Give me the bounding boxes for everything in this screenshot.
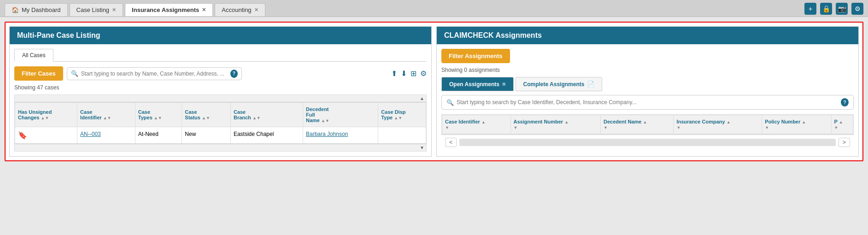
showing-cases-text: Showing 47 cases [14, 84, 427, 91]
assign-search-icon: 🔍 [446, 99, 454, 106]
assign-help-icon[interactable]: ? [841, 98, 849, 106]
col-decedent-name-right[interactable]: Decedent Name ▲▼ [600, 115, 674, 134]
toolbar-right: ⬆ ⬇ ⊞ ⚙ [391, 69, 427, 78]
page-progress-bar [459, 139, 836, 146]
home-icon: 🏠 [12, 6, 19, 13]
scroll-up-arrow[interactable]: ▲ [15, 95, 426, 102]
col-case-branch-label: CaseBranch [234, 109, 251, 120]
download-icon-button[interactable]: ⬇ [401, 69, 407, 78]
upload-icon-button[interactable]: ⬆ [391, 69, 397, 78]
inner-tab-all-cases-label: All Cases [22, 52, 46, 59]
inner-tab-bar: All Cases [14, 49, 427, 62]
search-help-icon[interactable]: ? [230, 70, 238, 78]
assignment-tabs: Open Assignments ≡ Complete Assignments … [441, 77, 854, 91]
tab-case-listing-close[interactable]: ✕ [112, 7, 116, 13]
col-assign-case-id-label: Case Identifier [445, 119, 480, 124]
lock-icon-button[interactable]: 🔒 [820, 3, 832, 15]
col-case-status[interactable]: CaseStatus ▲▼ [182, 103, 231, 127]
col-p[interactable]: P ▲▼ [831, 115, 853, 134]
sort-arrows-unsigned: ▲▼ [41, 116, 49, 120]
col-case-branch[interactable]: CaseBranch ▲▼ [230, 103, 303, 127]
left-panel-header: Multi-Pane Case Listing [10, 27, 431, 44]
col-insurance-company-label: Insurance Company [676, 119, 725, 124]
sort-arrows-disp: ▲▼ [394, 116, 402, 120]
cell-case-types: At-Need [135, 127, 182, 144]
assign-header-row: Case Identifier ▲▼ Assignment Number ▲▼ … [442, 115, 853, 134]
tab-accounting[interactable]: Accounting ✕ [215, 3, 265, 16]
scroll-down-arrow[interactable]: ▼ [15, 144, 426, 151]
cell-decedent-name[interactable]: Barbara Johnson [303, 127, 378, 144]
cell-case-disp-type [378, 127, 426, 144]
sort-arrows-status: ▲▼ [202, 116, 210, 120]
tab-accounting-close[interactable]: ✕ [254, 7, 258, 13]
col-decedent-name[interactable]: DecedentFullName ▲▼ [303, 103, 378, 127]
col-has-unsigned[interactable]: Has UnsignedChanges ▲▼ [15, 103, 77, 127]
right-panel: CLAIMCHECK Assignments Filter Assignment… [436, 26, 859, 157]
col-case-types[interactable]: CaseTypes ▲▼ [135, 103, 182, 127]
sort-arrows-branch: ▲▼ [252, 116, 261, 120]
open-tab-icon: ≡ [502, 81, 506, 88]
right-panel-body: Filter Assignments Showing 0 assignments… [437, 44, 858, 154]
filter-cases-button[interactable]: Filter Cases [14, 66, 63, 81]
tab-insurance-assignments[interactable]: Insurance Assignments ✕ [125, 3, 213, 16]
cell-case-identifier[interactable]: AN--003 [77, 127, 135, 144]
table-header-row: Has UnsignedChanges ▲▼ CaseIdentifier ▲▼… [15, 103, 426, 127]
grid-icon-button[interactable]: ⊞ [411, 69, 416, 78]
inner-tab-all-cases[interactable]: All Cases [14, 49, 53, 62]
sort-arrows-case-id: ▲▼ [103, 116, 111, 120]
right-panel-header: CLAIMCHECK Assignments [437, 27, 858, 44]
camera-icon-button[interactable]: 📷 [836, 3, 848, 15]
open-assignments-label: Open Assignments [449, 81, 499, 88]
col-assignment-number-label: Assignment Number [514, 119, 563, 124]
col-case-status-label: CaseStatus [185, 109, 200, 120]
tabs-container: 🏠 My Dashboard Case Listing ✕ Insurance … [5, 3, 265, 16]
prev-page-button[interactable]: < [445, 138, 457, 147]
gear-icon-button[interactable]: ⚙ [420, 69, 427, 78]
table-row: 🔖 AN--003 At-Need New Eastside Chapel Ba… [15, 127, 426, 144]
assignment-search-input[interactable] [457, 99, 838, 106]
tab-my-dashboard[interactable]: 🏠 My Dashboard [5, 3, 68, 16]
left-panel-body: All Cases Filter Cases 🔍 ? ⬆ [10, 44, 431, 156]
left-panel-title: Multi-Pane Case Listing [17, 31, 100, 39]
col-case-identifier-label: CaseIdentifier [80, 109, 101, 120]
assignment-search-box: 🔍 ? [441, 95, 854, 110]
add-tab-button[interactable]: + [804, 3, 816, 15]
main-content: Multi-Pane Case Listing All Cases Filter… [0, 17, 868, 229]
col-case-disp-type[interactable]: Case DispType ▲▼ [378, 103, 426, 127]
case-search-input[interactable] [81, 70, 228, 77]
tab-open-assignments[interactable]: Open Assignments ≡ [441, 77, 514, 91]
case-table-wrapper: ▲ Has UnsignedChanges ▲▼ CaseIdentifier [14, 94, 427, 152]
pagination-row: < > [441, 135, 854, 150]
col-policy-number-label: Policy Number [765, 119, 800, 124]
settings-icon-button[interactable]: ⚙ [851, 3, 863, 15]
bookmark-icon: 🔖 [18, 131, 27, 139]
toolbar-row: Filter Cases 🔍 ? ⬆ ⬇ ⊞ ⚙ [14, 66, 427, 81]
tab-case-listing-label: Case Listing [76, 6, 110, 13]
col-policy-number[interactable]: Policy Number ▲▼ [762, 115, 831, 134]
next-page-button[interactable]: > [839, 138, 850, 147]
filter-assignments-button[interactable]: Filter Assignments [441, 49, 510, 63]
case-search-box: 🔍 ? [67, 67, 242, 80]
tab-case-listing[interactable]: Case Listing ✕ [70, 3, 123, 16]
col-case-identifier[interactable]: CaseIdentifier ▲▼ [77, 103, 135, 127]
cell-has-unsigned: 🔖 [15, 127, 77, 144]
cell-case-branch: Eastside Chapel [230, 127, 303, 144]
col-insurance-company[interactable]: Insurance Company ▲▼ [674, 115, 762, 134]
sort-arrows-decedent: ▲▼ [321, 118, 329, 123]
tab-bar: 🏠 My Dashboard Case Listing ✕ Insurance … [0, 0, 868, 17]
right-panel-title: CLAIMCHECK Assignments [444, 31, 542, 39]
col-assign-case-identifier[interactable]: Case Identifier ▲▼ [442, 115, 511, 134]
tab-complete-assignments[interactable]: Complete Assignments 📄 [516, 77, 603, 91]
tab-my-dashboard-label: My Dashboard [22, 6, 61, 13]
tab-accounting-label: Accounting [222, 6, 251, 13]
col-assignment-number[interactable]: Assignment Number ▲▼ [510, 115, 600, 134]
complete-assignments-label: Complete Assignments [523, 81, 585, 88]
tab-insurance-assignments-label: Insurance Assignments [132, 6, 199, 13]
col-case-types-label: CaseTypes [138, 109, 152, 120]
assignment-table: Case Identifier ▲▼ Assignment Number ▲▼ … [442, 115, 853, 134]
tab-icon-buttons: + 🔒 📷 ⚙ [804, 3, 863, 17]
search-icon: 🔍 [71, 70, 78, 77]
case-table: Has UnsignedChanges ▲▼ CaseIdentifier ▲▼… [15, 102, 426, 144]
complete-tab-icon: 📄 [587, 81, 594, 88]
tab-insurance-assignments-close[interactable]: ✕ [202, 7, 206, 13]
